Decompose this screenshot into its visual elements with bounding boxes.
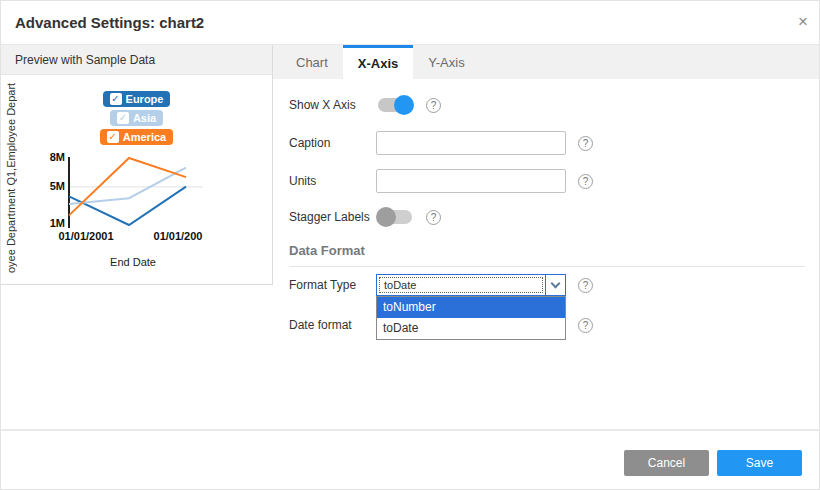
x-tick-left: 01/01/2001 xyxy=(36,230,136,242)
checkbox-checked-icon: ✓ xyxy=(117,112,129,124)
dialog-title: Advanced Settings: chart2 xyxy=(15,14,204,31)
caption-input[interactable] xyxy=(376,131,566,155)
preview-panel: Preview with Sample Data oyee Department… xyxy=(1,45,273,285)
data-format-section-header: Data Format xyxy=(289,243,820,258)
units-input[interactable] xyxy=(376,169,566,193)
preview-chart: oyee Department Q1,Employee Depart ✓ Eur… xyxy=(1,75,272,284)
format-type-dropdown: toNumber toDate xyxy=(376,296,566,340)
close-icon[interactable]: × xyxy=(798,13,808,31)
y-tick-8m: 8M xyxy=(39,151,65,163)
show-x-axis-toggle[interactable] xyxy=(378,98,412,112)
format-type-select[interactable]: toDate xyxy=(376,274,566,296)
help-icon[interactable]: ? xyxy=(578,278,593,293)
x-tick-right: 01/01/200 xyxy=(128,230,228,242)
chart-x-axis-title: End Date xyxy=(83,256,183,268)
stagger-labels-toggle[interactable] xyxy=(378,210,412,224)
save-button[interactable]: Save xyxy=(717,450,802,476)
help-icon[interactable]: ? xyxy=(426,98,441,113)
dialog-titlebar: Advanced Settings: chart2 × xyxy=(1,1,819,45)
help-icon[interactable]: ? xyxy=(578,318,593,333)
legend-label: Asia xyxy=(133,112,156,124)
checkbox-checked-icon: ✓ xyxy=(110,93,122,105)
select-arrow-button[interactable] xyxy=(545,275,565,295)
legend-item-america[interactable]: ✓ America xyxy=(100,129,173,145)
section-divider xyxy=(289,266,805,267)
caption-row: Caption ? xyxy=(289,131,820,155)
legend-item-europe[interactable]: ✓ Europe xyxy=(103,91,171,107)
stagger-labels-row: Stagger Labels ? xyxy=(289,205,820,229)
caption-label: Caption xyxy=(289,136,376,150)
preview-header: Preview with Sample Data xyxy=(1,45,272,75)
option-todate[interactable]: toDate xyxy=(377,318,565,339)
y-tick-1m: 1M xyxy=(39,217,65,229)
units-row: Units ? xyxy=(289,169,820,193)
chevron-down-icon xyxy=(551,279,561,289)
tab-y-axis[interactable]: Y-Axis xyxy=(413,45,479,79)
units-label: Units xyxy=(289,174,376,188)
legend-label: Europe xyxy=(126,93,164,105)
show-x-axis-row: Show X Axis ? xyxy=(289,93,820,117)
help-icon[interactable]: ? xyxy=(578,174,593,189)
date-format-label: Date format xyxy=(289,318,376,332)
y-tick-5m: 5M xyxy=(39,180,65,192)
format-type-row: Format Type toDate toNumber toDate ? xyxy=(289,273,820,297)
help-icon[interactable]: ? xyxy=(578,136,593,151)
option-tonumber[interactable]: toNumber xyxy=(377,297,565,318)
dialog-footer: Cancel Save xyxy=(1,429,819,489)
checkbox-checked-icon: ✓ xyxy=(107,131,119,143)
legend-item-asia[interactable]: ✓ Asia xyxy=(110,110,163,126)
legend-label: America xyxy=(123,131,166,143)
advanced-settings-dialog: Advanced Settings: chart2 × Preview with… xyxy=(0,0,820,490)
line-chart-plot xyxy=(61,156,211,234)
format-type-label: Format Type xyxy=(289,278,376,292)
cancel-button[interactable]: Cancel xyxy=(624,450,709,476)
settings-panel: Chart X-Axis Y-Axis Show X Axis ? Captio… xyxy=(273,45,820,431)
x-axis-form: Show X Axis ? Caption ? Units ? Stagger … xyxy=(273,79,820,337)
tab-chart[interactable]: Chart xyxy=(281,45,343,79)
chart-legend: ✓ Europe ✓ Asia ✓ America xyxy=(1,91,272,145)
tab-x-axis[interactable]: X-Axis xyxy=(343,45,413,79)
show-x-axis-label: Show X Axis xyxy=(289,98,376,112)
tab-bar: Chart X-Axis Y-Axis xyxy=(273,45,820,79)
stagger-labels-label: Stagger Labels xyxy=(289,210,376,224)
format-type-selected-value: toDate xyxy=(379,277,543,293)
help-icon[interactable]: ? xyxy=(426,210,441,225)
toggle-knob xyxy=(376,207,396,227)
toggle-knob xyxy=(394,95,414,115)
